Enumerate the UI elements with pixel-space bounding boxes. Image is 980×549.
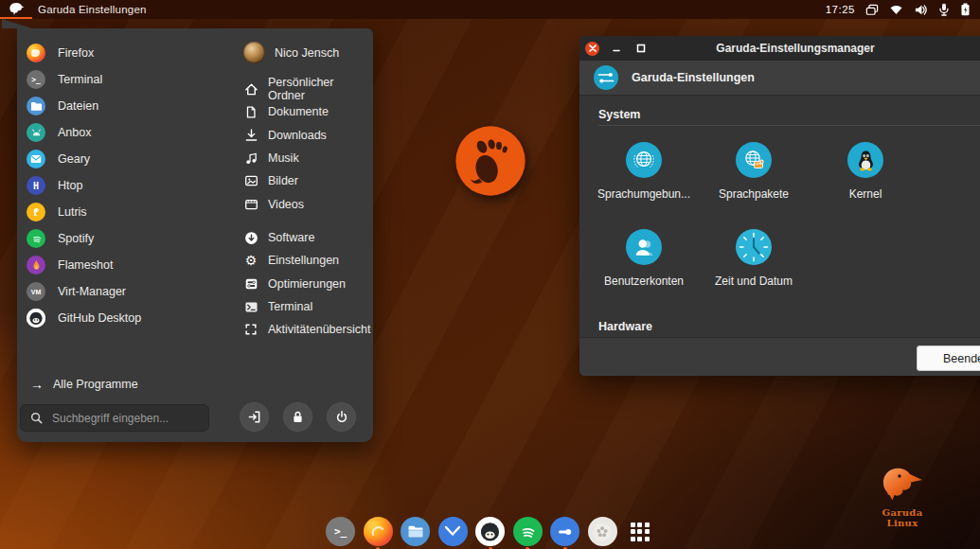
menu-app-github-desktop[interactable]: GitHub Desktop xyxy=(27,305,225,331)
logout-button[interactable] xyxy=(240,402,269,432)
menu-app-htop[interactable]: Htop xyxy=(27,172,225,199)
all-programs-label: Alle Programme xyxy=(53,378,138,391)
quit-button[interactable]: Beenden xyxy=(917,345,980,371)
files-folder-icon xyxy=(27,97,45,115)
github-octocat-icon xyxy=(476,518,504,545)
power-button[interactable] xyxy=(327,402,356,432)
app-label: Dateien xyxy=(58,99,98,113)
settings-sliders-icon xyxy=(593,64,619,91)
dock-github-desktop[interactable] xyxy=(475,517,505,546)
window-footer: Beenden xyxy=(579,337,980,376)
screen-share-icon[interactable] xyxy=(865,4,879,16)
menu-app-terminal[interactable]: Terminal xyxy=(27,66,225,93)
user-avatar xyxy=(243,42,265,63)
place-documents[interactable]: Dokumente xyxy=(243,100,373,123)
volume-icon[interactable] xyxy=(914,4,928,16)
dock-terminal[interactable]: >_ xyxy=(326,517,355,546)
lutris-bird-icon xyxy=(27,203,45,221)
user-account-row[interactable]: Nico Jensch xyxy=(243,42,339,63)
tile-locale[interactable]: Sprachumgebun... xyxy=(591,142,697,201)
wifi-icon[interactable] xyxy=(889,4,903,15)
user-name: Nico Jensch xyxy=(275,46,339,60)
tile-time-and-date[interactable]: Zeit und Datum xyxy=(701,229,807,288)
window-header: Garuda-Einstellungen xyxy=(579,61,980,96)
dock-spotify[interactable] xyxy=(513,517,543,546)
menu-app-lutris[interactable]: Lutris xyxy=(27,199,225,225)
menu-app-virt-manager[interactable]: Virt-Manager xyxy=(27,278,225,305)
dock-geary[interactable] xyxy=(438,517,468,546)
corners-icon xyxy=(243,322,258,337)
tux-penguin-icon xyxy=(847,142,883,178)
maximize-icon xyxy=(636,44,646,53)
download-icon xyxy=(243,128,258,143)
user-accounts-icon xyxy=(626,229,662,265)
dock-software-store[interactable] xyxy=(588,517,617,546)
shortcut-terminal[interactable]: Terminal xyxy=(243,295,370,318)
menu-app-firefox[interactable]: Firefox xyxy=(27,40,225,66)
place-downloads[interactable]: Downloads xyxy=(243,124,373,147)
garuda-eagle-icon xyxy=(8,2,25,16)
window-titlebar[interactable]: Garuda-Einstellungsmanager xyxy=(579,36,980,61)
minimize-button[interactable] xyxy=(609,41,624,56)
battery-icon[interactable] xyxy=(960,3,971,16)
place-pictures[interactable]: Bilder xyxy=(243,169,373,192)
app-label: Anbox xyxy=(58,126,91,139)
lock-button[interactable] xyxy=(283,402,312,432)
places-list: Persönlicher Ordner Dokumente Downloads … xyxy=(243,78,373,216)
place-videos[interactable]: Videos xyxy=(243,192,373,215)
clock[interactable]: 17:25 xyxy=(826,4,855,15)
flame-icon xyxy=(27,256,45,274)
app-label: Spotify xyxy=(58,232,94,245)
close-button[interactable] xyxy=(585,42,599,56)
gear-icon: ⚙ xyxy=(243,253,258,268)
app-label: Flameshot xyxy=(58,258,113,272)
menu-app-anbox[interactable]: Anbox xyxy=(27,119,225,146)
minimize-icon xyxy=(612,44,621,53)
tile-label: Kernel xyxy=(812,187,918,201)
app-grid-icon xyxy=(631,522,650,541)
shortcut-software[interactable]: Software xyxy=(243,226,370,249)
menu-app-files[interactable]: Dateien xyxy=(27,93,225,119)
microphone-icon[interactable] xyxy=(938,3,950,16)
menu-app-spotify[interactable]: Spotify xyxy=(27,225,225,252)
system-shortcuts-list: Software ⚙ Einstellungen Optimierungen T… xyxy=(243,226,370,341)
menu-app-flameshot[interactable]: Flameshot xyxy=(27,252,225,278)
place-music[interactable]: Musik xyxy=(243,147,373,169)
dock-settings-manager[interactable] xyxy=(550,517,579,546)
dock-firefox[interactable] xyxy=(364,517,393,546)
garuda-menu-button[interactable] xyxy=(0,0,32,19)
arrow-right-icon: → xyxy=(30,377,44,392)
place-label: Bilder xyxy=(268,174,298,187)
tile-label: Sprachpakete xyxy=(701,187,807,201)
tile-label: Sprachumgebun... xyxy=(591,187,697,201)
shortcut-activities-overview[interactable]: Aktivitätenübersicht xyxy=(243,318,370,341)
language-packages-icon xyxy=(736,142,772,178)
all-programs-button[interactable]: → Alle Programme xyxy=(30,373,138,396)
shortcut-tweaks[interactable]: Optimierungen xyxy=(243,273,370,295)
envelope-icon xyxy=(444,525,461,539)
image-icon xyxy=(243,173,258,188)
app-label: Htop xyxy=(58,179,82,192)
spotify-icon xyxy=(27,229,45,248)
status-area: 17:25 xyxy=(826,3,980,16)
app-label: Terminal xyxy=(58,73,102,86)
terminal-box-icon xyxy=(243,299,258,314)
tile-language-packages[interactable]: Sprachpakete xyxy=(701,142,807,201)
maximize-button[interactable] xyxy=(633,41,649,56)
shortcut-label: Terminal xyxy=(268,300,312,313)
dock-app-grid[interactable] xyxy=(625,517,654,546)
tile-user-accounts[interactable]: Benutzerkonten xyxy=(591,229,697,288)
android-icon xyxy=(27,123,45,142)
search-icon xyxy=(30,412,43,424)
search-input[interactable] xyxy=(50,411,196,426)
menu-app-geary[interactable]: Geary xyxy=(27,146,225,172)
shutter-icon xyxy=(593,522,612,541)
tile-kernel[interactable]: Kernel xyxy=(812,142,918,201)
shortcut-settings[interactable]: ⚙ Einstellungen xyxy=(243,249,370,272)
watermark-text: Garuda Linux xyxy=(868,507,936,528)
dock-files[interactable] xyxy=(401,517,430,546)
tile-label: Benutzerkonten xyxy=(591,274,697,288)
power-icon xyxy=(335,410,348,424)
tile-label: Zeit und Datum xyxy=(701,274,807,288)
place-home[interactable]: Persönlicher Ordner xyxy=(243,78,373,100)
